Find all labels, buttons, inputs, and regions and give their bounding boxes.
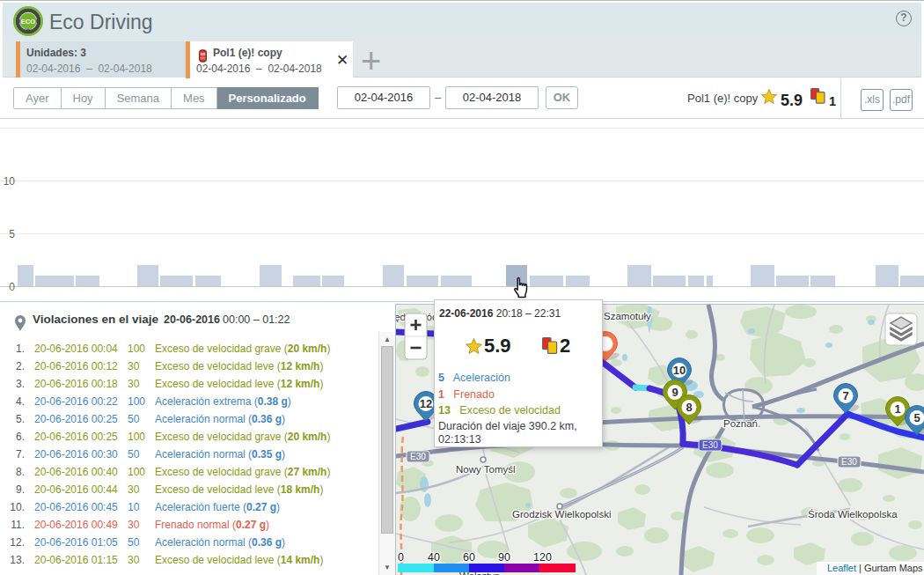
svg-text:60: 60 [463,551,475,564]
svg-text:8: 8 [686,401,692,414]
svg-text:40: 40 [428,551,440,564]
svg-text:120: 120 [533,551,552,564]
svg-text:E30: E30 [410,452,426,461]
svg-text:1: 1 [894,402,900,416]
svg-text:0: 0 [398,551,404,564]
svg-text:Nowy Tomyśl: Nowy Tomyśl [456,464,516,475]
svg-text:Poznań: Poznań [723,418,758,429]
svg-text:5: 5 [913,411,920,424]
svg-text:90: 90 [498,551,510,564]
svg-text:| Gurtam Maps: | Gurtam Maps [859,563,923,573]
svg-text:Środa Wielkopolska: Środa Wielkopolska [808,509,898,520]
svg-text:12: 12 [420,397,432,410]
svg-text:Szamotuły: Szamotuły [604,311,651,321]
svg-text:7: 7 [842,389,848,402]
svg-text:10: 10 [673,364,686,377]
svg-text:9: 9 [671,386,678,399]
svg-text:ECO: ECO [21,18,35,26]
svg-text:Leaflet: Leaflet [827,563,856,573]
svg-text:Grodzisk Wielkopolski: Grodzisk Wielkopolski [512,509,611,520]
svg-text:E30: E30 [841,457,857,467]
svg-text:E30: E30 [702,440,718,450]
